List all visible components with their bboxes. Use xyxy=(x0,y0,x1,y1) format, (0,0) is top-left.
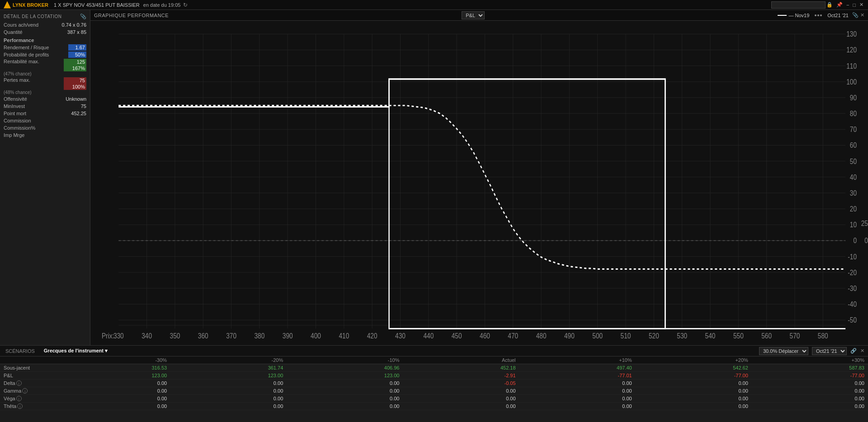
point-mort-row: Point mort 452.25 xyxy=(0,110,90,117)
svg-text:20: 20 xyxy=(850,205,857,213)
svg-text:340: 340 xyxy=(142,332,152,340)
minimize-icon[interactable]: − xyxy=(845,2,850,8)
rentabilite-row: Rentabilité max. 125 167% (47% chance) xyxy=(0,58,90,77)
cell-2-3: -0.05 xyxy=(403,380,519,387)
cell-2-4: 0.00 xyxy=(519,380,636,387)
maximize-icon[interactable]: □ xyxy=(852,2,857,8)
rendement-label: Rendement / Risque xyxy=(4,45,49,50)
cell-4-6: 0.00 xyxy=(752,395,868,403)
window-controls: 🔒 📌 − □ ✕ xyxy=(826,2,864,8)
info-icon[interactable]: i xyxy=(17,403,23,409)
table-row: Thêtai0.000.000.000.000.000.000.00 xyxy=(0,403,868,410)
brand: LYNX BROKER xyxy=(4,1,48,9)
cell-1-1: 123.00 xyxy=(170,372,287,380)
pin-icon[interactable]: 📌 xyxy=(835,2,844,8)
svg-text:120: 120 xyxy=(846,46,857,54)
greeks-table: -30% -20% -10% Actuel +10% +20% +30% Sou… xyxy=(0,356,868,410)
cell-2-1: 0.00 xyxy=(170,380,287,387)
legend-nov19: — Nov19 xyxy=(778,13,809,18)
svg-text:390: 390 xyxy=(283,332,293,340)
bottom-controls: 30.0% Déplacer Oct21 '21 🔗 ✕ xyxy=(759,347,864,355)
brand-name: LYNX BROKER xyxy=(13,2,48,8)
svg-text:Prix:: Prix: xyxy=(102,332,114,340)
svg-text:60: 60 xyxy=(850,141,857,149)
cell-3-6: 0.00 xyxy=(752,387,868,395)
search-input[interactable] xyxy=(771,1,826,9)
rentabilite-pct-bar: 167% xyxy=(64,65,86,71)
cell-1-2: 123.00 xyxy=(287,372,403,380)
left-panel: DÉTAIL DE LA COTATION 📎 Cours ach/vend 0… xyxy=(0,10,90,345)
pnl-dropdown[interactable]: P&L xyxy=(462,11,485,19)
commission-label: Commission xyxy=(4,118,31,123)
panel-header: DÉTAIL DE LA COTATION xyxy=(4,14,80,19)
rendement-value: 1.67 xyxy=(75,45,85,50)
brand-logo-icon xyxy=(4,1,11,9)
table-row: Végai0.000.000.000.000.000.000.00 xyxy=(0,395,868,403)
svg-text:80: 80 xyxy=(850,109,857,117)
chart-legend: — Nov19 Oct21 '21 xyxy=(778,13,849,18)
table-row: Deltai0.000.000.00-0.050.000.000.00 xyxy=(0,380,868,387)
tab-scenarios[interactable]: SCÉNARIOS xyxy=(4,347,37,355)
row-label-0: Sous-jacent xyxy=(0,364,54,372)
cell-3-2: 0.00 xyxy=(287,387,403,395)
tab-grecques[interactable]: Grecques de l'instrument ▾ xyxy=(42,347,109,355)
svg-text:40: 40 xyxy=(850,173,857,181)
row-label-3: Gammai xyxy=(0,387,54,395)
chart-title: GRAPHIQUE PERFORMANCE xyxy=(94,13,169,18)
chart-close-icon[interactable]: ✕ xyxy=(860,12,864,18)
svg-text:50: 50 xyxy=(850,157,857,165)
lock-icon[interactable]: 🔒 xyxy=(826,2,834,8)
date-dropdown[interactable]: Oct21 '21 xyxy=(812,347,847,355)
svg-text:330: 330 xyxy=(113,332,124,340)
svg-text:400: 400 xyxy=(311,332,321,340)
svg-text:-40: -40 xyxy=(848,300,857,308)
row-label-5: Thêtai xyxy=(0,403,54,410)
cours-label: Cours ach/vend xyxy=(4,22,38,28)
bottom-close-icon[interactable]: ✕ xyxy=(860,348,864,354)
commission-pct-label: Commission% xyxy=(4,125,35,131)
svg-rect-0 xyxy=(90,21,868,345)
cell-5-6: 0.00 xyxy=(752,403,868,410)
svg-text:70: 70 xyxy=(850,125,857,133)
cell-1-3: -2.91 xyxy=(403,372,519,380)
offensivite-row: Offensivité Unknown xyxy=(0,95,90,103)
svg-text:100: 100 xyxy=(846,78,857,86)
col-header-m20: -20% xyxy=(170,356,287,364)
mininvest-label: MinInvest xyxy=(4,103,25,109)
cell-1-4: -77.01 xyxy=(519,372,636,380)
bottom-link-icon[interactable]: 🔗 xyxy=(850,348,857,354)
svg-text:-50: -50 xyxy=(848,316,857,324)
svg-text:130: 130 xyxy=(846,30,857,38)
svg-text:430: 430 xyxy=(395,332,406,340)
deplacer-dropdown[interactable]: 30.0% Déplacer xyxy=(759,347,808,355)
cell-1-0: 123.00 xyxy=(54,372,170,380)
bottom-table: -30% -20% -10% Actuel +10% +20% +30% Sou… xyxy=(0,356,868,422)
pertes-pct-bar: 100% xyxy=(64,84,86,90)
col-header-p20: +20% xyxy=(636,356,752,364)
upper-section: DÉTAIL DE LA COTATION 📎 Cours ach/vend 0… xyxy=(0,10,868,345)
chart-area: 130 120 110 100 90 80 70 60 50 40 30 20 … xyxy=(90,21,868,345)
cell-0-3: 452.18 xyxy=(403,364,519,372)
prob-bar: 50% xyxy=(68,52,86,58)
chart-pin-icon[interactable]: 📎 xyxy=(852,12,859,18)
rendement-bar: 1.67 xyxy=(68,44,86,51)
cell-4-1: 0.00 xyxy=(170,395,287,403)
info-icon[interactable]: i xyxy=(16,380,22,386)
panel-pin-icon[interactable]: 📎 xyxy=(80,14,86,19)
info-icon[interactable]: i xyxy=(16,396,22,401)
chart-header: GRAPHIQUE PERFORMANCE P&L — Nov19 xyxy=(90,10,868,21)
cell-3-0: 0.00 xyxy=(54,387,170,395)
imp-mrge-label: Imp Mrge xyxy=(4,132,24,138)
pertes-pct: 100% xyxy=(72,84,85,89)
cell-3-1: 0.00 xyxy=(170,387,287,395)
close-icon[interactable]: ✕ xyxy=(859,2,864,8)
svg-text:540: 540 xyxy=(705,332,716,340)
svg-text:570: 570 xyxy=(790,332,800,340)
cell-4-4: 0.00 xyxy=(519,395,636,403)
row-label-2: Deltai xyxy=(0,380,54,387)
row-label-4: Végai xyxy=(0,395,54,403)
info-icon[interactable]: i xyxy=(22,388,28,394)
col-header-label xyxy=(0,356,54,364)
offensivite-label: Offensivité xyxy=(4,96,27,102)
refresh-icon[interactable]: ↻ xyxy=(183,2,188,8)
